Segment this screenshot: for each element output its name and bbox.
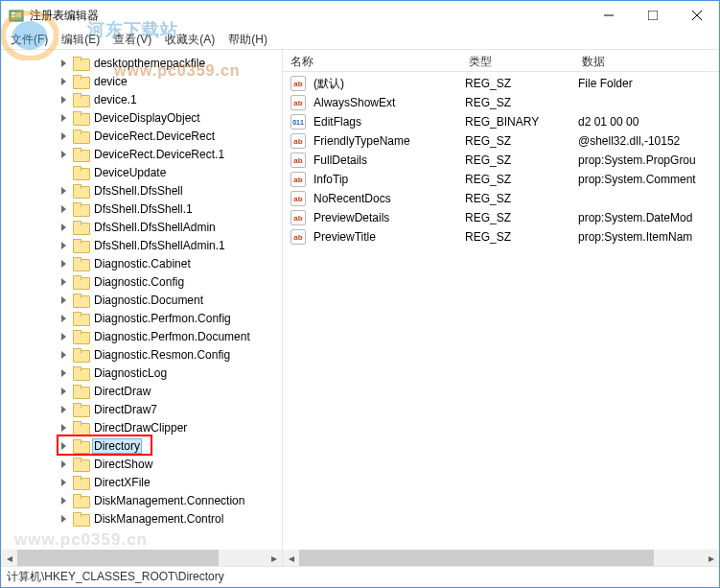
col-header-name[interactable]: 名称 (283, 50, 461, 71)
minimize-button[interactable] (587, 1, 631, 30)
expand-icon[interactable] (58, 495, 70, 506)
list-pane: 名称 类型 数据 (默认)REG_SZFile FolderAlwaysShow… (283, 50, 719, 566)
tree-item-directshow[interactable]: DirectShow (1, 455, 282, 473)
tree-item-diskmanagement-connection[interactable]: DiskManagement.Connection (1, 491, 282, 509)
expand-icon[interactable] (58, 258, 70, 270)
registry-tree[interactable]: desktopthemepackfiledevicedevice.1Device… (1, 50, 282, 551)
value-type: REG_SZ (461, 190, 574, 207)
value-row[interactable]: FriendlyTypeNameREG_SZ@shell32.dll,-1015… (283, 131, 719, 151)
value-name: EditFlags (310, 113, 365, 130)
value-row[interactable]: InfoTipREG_SZprop:System.Comment (283, 170, 719, 189)
scroll-right-button[interactable]: ▸ (266, 550, 282, 566)
expand-icon[interactable] (58, 313, 70, 324)
col-header-type[interactable]: 类型 (461, 50, 574, 71)
expand-icon[interactable] (58, 185, 70, 197)
tree-item-label: desktopthemepackfile (92, 56, 207, 71)
tree-item-diagnostic-document[interactable]: Diagnostic.Document (1, 291, 282, 309)
tree-item-dfsshell-dfsshell[interactable]: DfsShell.DfsShell (1, 181, 282, 200)
tree-item-deviceupdate[interactable]: DeviceUpdate (1, 163, 282, 181)
value-row[interactable]: FullDetailsREG_SZprop:System.PropGrou (283, 151, 719, 170)
client-area: desktopthemepackfiledevicedevice.1Device… (1, 50, 719, 566)
list-hscrollbar[interactable]: ◂ ▸ (283, 550, 719, 566)
expand-icon[interactable] (58, 459, 70, 470)
value-row[interactable]: EditFlagsREG_BINARYd2 01 00 00 (283, 112, 719, 131)
expand-icon[interactable] (58, 58, 70, 69)
maximize-button[interactable] (631, 1, 675, 30)
values-list[interactable]: (默认)REG_SZFile FolderAlwaysShowExtREG_SZ… (283, 72, 719, 247)
scroll-left-button[interactable]: ◂ (283, 550, 299, 566)
expand-icon[interactable] (58, 149, 70, 160)
value-row[interactable]: AlwaysShowExtREG_SZ (283, 93, 719, 112)
expand-icon[interactable] (58, 240, 70, 251)
tree-item-directxfile[interactable]: DirectXFile (1, 473, 282, 491)
scroll-thumb[interactable] (299, 550, 654, 566)
tree-item-devicerect-devicerect[interactable]: DeviceRect.DeviceRect (1, 127, 282, 145)
expand-icon[interactable] (58, 276, 70, 288)
scroll-left-button[interactable]: ◂ (1, 550, 17, 566)
expand-icon[interactable] (58, 203, 70, 215)
value-type: REG_SZ (461, 209, 574, 226)
tree-item-devicerect-devicerect-1[interactable]: DeviceRect.DeviceRect.1 (1, 145, 282, 163)
folder-icon (73, 221, 88, 233)
expand-icon[interactable] (58, 404, 70, 415)
menu-view[interactable]: 查看(V) (107, 30, 157, 50)
expand-icon[interactable] (58, 440, 70, 452)
tree-item-device[interactable]: device (1, 72, 282, 90)
expand-icon[interactable] (58, 94, 70, 106)
tree-item-device-1[interactable]: device.1 (1, 90, 282, 108)
tree-item-dfsshell-dfsshelladmin-1[interactable]: DfsShell.DfsShellAdmin.1 (1, 236, 282, 254)
value-row[interactable]: (默认)REG_SZFile Folder (283, 74, 719, 93)
scroll-right-button[interactable]: ▸ (703, 550, 719, 566)
tree-item-label: DeviceUpdate (92, 165, 168, 180)
close-button[interactable] (675, 1, 719, 30)
app-icon (9, 8, 24, 23)
tree-item-dfsshell-dfsshell-1[interactable]: DfsShell.DfsShell.1 (1, 200, 282, 218)
tree-item-diagnostic-config[interactable]: Diagnostic.Config (1, 272, 282, 291)
tree-item-directory[interactable]: Directory (1, 436, 282, 455)
expand-icon[interactable] (58, 112, 70, 124)
expand-icon[interactable] (58, 294, 70, 306)
expand-icon[interactable] (58, 422, 70, 434)
expand-icon[interactable] (58, 130, 70, 142)
tree-item-diagnostic-cabinet[interactable]: Diagnostic.Cabinet (1, 254, 282, 272)
expand-icon[interactable] (58, 513, 70, 525)
menu-help[interactable]: 帮助(H) (222, 30, 273, 50)
folder-icon (73, 439, 88, 452)
menu-file[interactable]: 文件(F) (5, 30, 54, 50)
folder-icon (73, 348, 88, 361)
scroll-thumb[interactable] (17, 550, 219, 566)
expand-icon[interactable] (58, 76, 70, 87)
tree-item-desktopthemepackfile[interactable]: desktopthemepackfile (1, 54, 282, 72)
menu-favorites[interactable]: 收藏夹(A) (159, 30, 221, 50)
expand-icon[interactable] (58, 367, 70, 379)
expand-icon[interactable] (58, 349, 70, 361)
expand-icon[interactable] (58, 386, 70, 397)
value-data: File Folder (574, 75, 718, 92)
folder-icon (73, 75, 88, 87)
tree-hscrollbar[interactable]: ◂ ▸ (1, 550, 282, 566)
menubar: 文件(F) 编辑(E) 查看(V) 收藏夹(A) 帮助(H) (1, 30, 719, 50)
expand-icon[interactable] (58, 331, 70, 342)
value-row[interactable]: PreviewDetailsREG_SZprop:System.DateMod (283, 208, 719, 227)
col-header-data[interactable]: 数据 (574, 50, 718, 71)
tree-item-label: DiagnosticLog (92, 365, 169, 381)
tree-item-dfsshell-dfsshelladmin[interactable]: DfsShell.DfsShellAdmin (1, 218, 282, 236)
scroll-track[interactable] (299, 550, 703, 566)
tree-item-directdrawclipper[interactable]: DirectDrawClipper (1, 418, 282, 436)
value-row[interactable]: PreviewTitleREG_SZprop:System.ItemNam (283, 227, 719, 247)
tree-item-directdraw[interactable]: DirectDraw (1, 382, 282, 400)
tree-item-diagnostic-perfmon-config[interactable]: Diagnostic.Perfmon.Config (1, 309, 282, 327)
tree-item-diagnosticlog[interactable]: DiagnosticLog (1, 364, 282, 382)
menu-edit[interactable]: 编辑(E) (56, 30, 105, 50)
tree-item-diagnostic-perfmon-document[interactable]: Diagnostic.Perfmon.Document (1, 327, 282, 345)
tree-item-diagnostic-resmon-config[interactable]: Diagnostic.Resmon.Config (1, 345, 282, 364)
tree-item-diskmanagement-control[interactable]: DiskManagement.Control (1, 509, 282, 528)
tree-item-devicedisplayobject[interactable]: DeviceDisplayObject (1, 108, 282, 127)
tree-item-directdraw7[interactable]: DirectDraw7 (1, 400, 282, 418)
scroll-track[interactable] (17, 550, 266, 566)
expand-icon[interactable] (58, 222, 70, 233)
statusbar: 计算机\HKEY_CLASSES_ROOT\Directory (1, 566, 719, 587)
list-header: 名称 类型 数据 (283, 50, 719, 72)
value-row[interactable]: NoRecentDocsREG_SZ (283, 189, 719, 208)
expand-icon[interactable] (58, 477, 70, 488)
